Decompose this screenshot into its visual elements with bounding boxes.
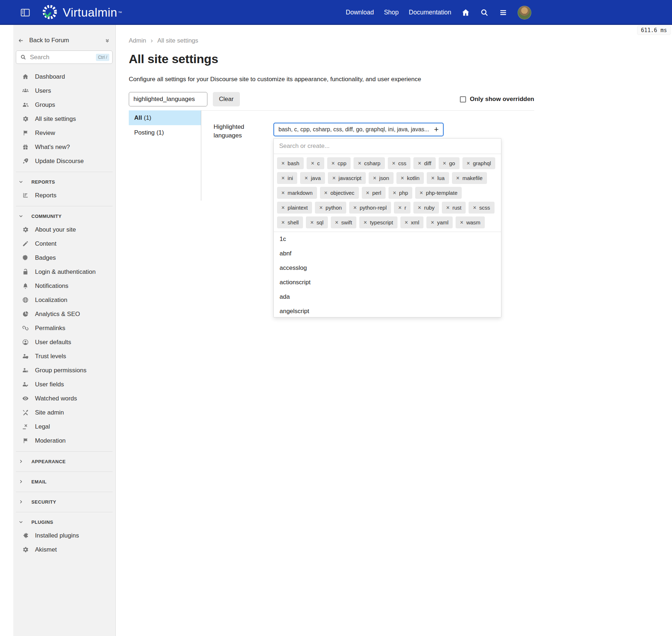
remove-icon[interactable]: × [420,190,423,196]
dropdown-option-ada[interactable]: ada [274,290,501,304]
only-show-overridden-toggle[interactable]: Only show overridden [460,96,534,103]
dropdown-option-abnf[interactable]: abnf [274,246,501,261]
category-tab-all[interactable]: All (1) [129,110,201,125]
sidebar-item-dashboard[interactable]: Dashboard [16,70,113,84]
remove-icon[interactable]: × [460,220,463,225]
sidebar-section-header-plugins[interactable]: PLUGINS [16,516,113,528]
remove-icon[interactable]: × [473,205,476,211]
selected-chip-json[interactable]: ×json [369,172,394,184]
remove-icon[interactable]: × [393,190,396,196]
remove-icon[interactable]: × [281,161,285,166]
remove-icon[interactable]: × [311,161,314,166]
selected-chip-sql[interactable]: ×sql [306,216,328,228]
sidebar-item-groups[interactable]: Groups [16,98,113,112]
remove-icon[interactable]: × [304,175,308,181]
selected-chip-python[interactable]: ×python [315,202,346,214]
remove-icon[interactable]: × [431,220,434,225]
dropdown-search-input[interactable] [279,142,496,150]
sidebar-item-what-s-new[interactable]: What's new? [16,140,113,154]
sidebar-item-moderation[interactable]: Moderation [16,434,113,448]
selected-chip-javascript[interactable]: ×javascript [328,172,366,184]
selected-chip-rust[interactable]: ×rust [442,202,466,214]
dropdown-option-1c[interactable]: 1c [274,232,501,246]
remove-icon[interactable]: × [431,175,434,181]
selected-chip-shell[interactable]: ×shell [277,216,303,228]
dropdown-option-angelscript[interactable]: angelscript [274,304,501,317]
remove-icon[interactable]: × [456,175,460,181]
sidebar-item-site-admin[interactable]: Site admin [16,405,113,420]
selected-chip-java[interactable]: ×java [300,172,325,184]
selected-chip-ini[interactable]: ×ini [277,172,297,184]
selected-chip-makefile[interactable]: ×makefile [452,172,487,184]
remove-icon[interactable]: × [335,220,338,225]
selected-chip-wasm[interactable]: ×wasm [456,216,485,228]
nav-link-documentation[interactable]: Documentation [409,9,451,16]
remove-icon[interactable]: × [281,190,285,196]
selected-chip-diff[interactable]: ×diff [413,157,435,169]
hamburger-icon[interactable] [499,8,508,17]
remove-icon[interactable]: × [366,190,369,196]
nav-link-shop[interactable]: Shop [384,9,399,16]
sidebar-item-login-authentication[interactable]: Login & authentication [16,265,113,279]
breadcrumb-admin[interactable]: Admin [129,37,146,44]
virtualmin-brand[interactable]: Virtualmin™ [40,3,122,22]
highlighted-languages-select[interactable]: bash, c, cpp, csharp, css, diff, go, gra… [273,123,444,136]
selected-chip-scss[interactable]: ×scss [469,202,494,214]
selected-chip-ruby[interactable]: ×ruby [413,202,439,214]
sidebar-section-header-appearance[interactable]: APPEARANCE [16,455,113,468]
selected-chip-cpp[interactable]: ×cpp [327,157,351,169]
remove-icon[interactable]: × [281,220,285,225]
remove-icon[interactable]: × [353,205,357,211]
selected-chip-perl[interactable]: ×perl [362,187,386,199]
selected-chip-yaml[interactable]: ×yaml [426,216,453,228]
sidebar-item-reports[interactable]: Reports [16,188,113,202]
sidebar-section-header-email[interactable]: EMAIL [16,475,113,488]
remove-icon[interactable]: × [443,161,446,166]
remove-icon[interactable]: × [324,190,328,196]
selected-chip-c[interactable]: ×c [307,157,324,169]
remove-icon[interactable]: × [281,175,285,181]
sidebar-item-legal[interactable]: Legal [16,420,113,434]
sidebar-item-content[interactable]: Content [16,237,113,251]
dropdown-option-actionscript[interactable]: actionscript [274,275,501,290]
settings-filter-input[interactable] [129,92,207,106]
remove-icon[interactable]: × [364,220,367,225]
user-avatar[interactable] [518,6,531,19]
search-icon[interactable] [480,8,489,17]
sidebar-item-badges[interactable]: Badges [16,251,113,265]
remove-icon[interactable]: × [401,175,404,181]
sidebar-item-all-site-settings[interactable]: All site settings [16,112,113,126]
remove-icon[interactable]: × [418,205,421,211]
remove-icon[interactable]: × [398,205,401,211]
selected-chip-xml[interactable]: ×xml [400,216,424,228]
remove-icon[interactable]: × [358,161,361,166]
breadcrumb-all-site-settings[interactable]: All site settings [157,37,198,44]
selected-chip-php-template[interactable]: ×php-template [415,187,462,199]
selected-chip-go[interactable]: ×go [439,157,460,169]
sidebar-item-users[interactable]: Users [16,84,113,98]
overridden-checkbox[interactable] [460,96,466,102]
selected-chip-php[interactable]: ×php [388,187,412,199]
sidebar-item-user-fields[interactable]: User fields [16,377,113,391]
back-to-forum-link[interactable]: Back to Forum [16,35,113,46]
sidebar-item-permalinks[interactable]: Permalinks [16,321,113,335]
sidebar-item-update-discourse[interactable]: Update Discourse [16,154,113,168]
selected-chip-r[interactable]: ×r [394,202,410,214]
selected-chip-plaintext[interactable]: ×plaintext [277,202,312,214]
nav-link-download[interactable]: Download [346,9,374,16]
sidebar-item-about-your-site[interactable]: About your site [16,223,113,237]
remove-icon[interactable]: × [281,205,285,211]
selected-chip-csharp[interactable]: ×csharp [353,157,385,169]
sidebar-item-trust-levels[interactable]: Trust levels [16,349,113,363]
sidebar-section-header-security[interactable]: SECURITY [16,495,113,508]
sidebar-item-watched-words[interactable]: Watched words [16,391,113,405]
remove-icon[interactable]: × [319,205,322,211]
plus-icon[interactable]: + [434,126,439,133]
selected-chip-css[interactable]: ×css [388,157,411,169]
sidebar-item-analytics-seo[interactable]: Analytics & SEO [16,307,113,321]
selected-chip-lua[interactable]: ×lua [427,172,449,184]
remove-icon[interactable]: × [331,161,335,166]
remove-icon[interactable]: × [405,220,408,225]
selected-chip-python-repl[interactable]: ×python-repl [349,202,391,214]
selected-chip-objectivec[interactable]: ×objectivec [320,187,359,199]
